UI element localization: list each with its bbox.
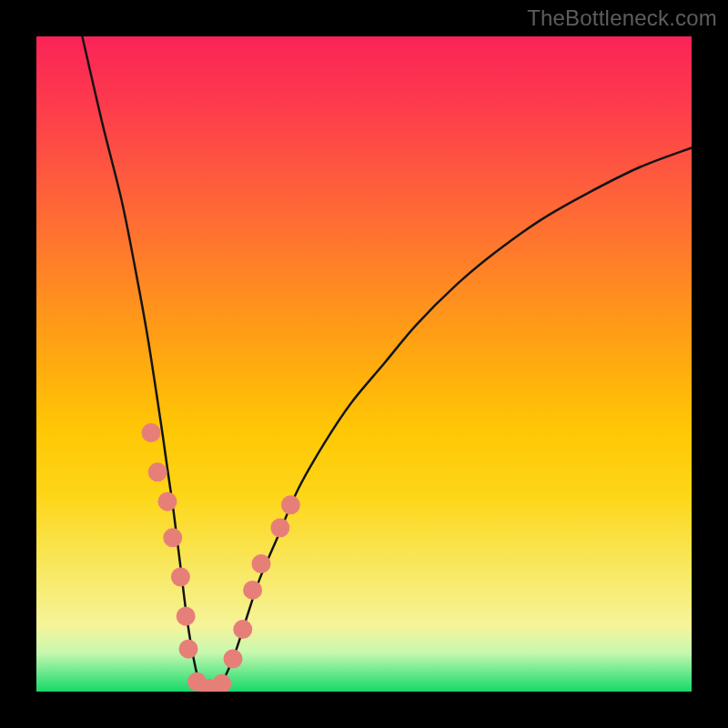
data-dot bbox=[243, 581, 262, 600]
data-dot bbox=[177, 607, 196, 626]
data-dot bbox=[224, 650, 243, 669]
data-dot bbox=[251, 554, 270, 573]
data-dot bbox=[281, 495, 300, 514]
data-dot bbox=[158, 492, 177, 511]
dots-series bbox=[142, 423, 300, 692]
data-dot bbox=[142, 423, 161, 442]
data-dot bbox=[179, 640, 198, 659]
watermark-text: TheBottleneck.com bbox=[527, 5, 717, 31]
bottleneck-curve bbox=[82, 36, 692, 692]
data-dot bbox=[270, 519, 289, 538]
curve-series bbox=[82, 36, 692, 692]
data-dot bbox=[171, 568, 190, 587]
data-dot bbox=[212, 674, 231, 692]
data-dot bbox=[148, 462, 167, 481]
chart-frame: TheBottleneck.com bbox=[0, 0, 728, 728]
data-dot bbox=[163, 528, 182, 547]
plot-area bbox=[36, 36, 692, 692]
chart-svg bbox=[36, 36, 692, 692]
data-dot bbox=[233, 620, 252, 639]
